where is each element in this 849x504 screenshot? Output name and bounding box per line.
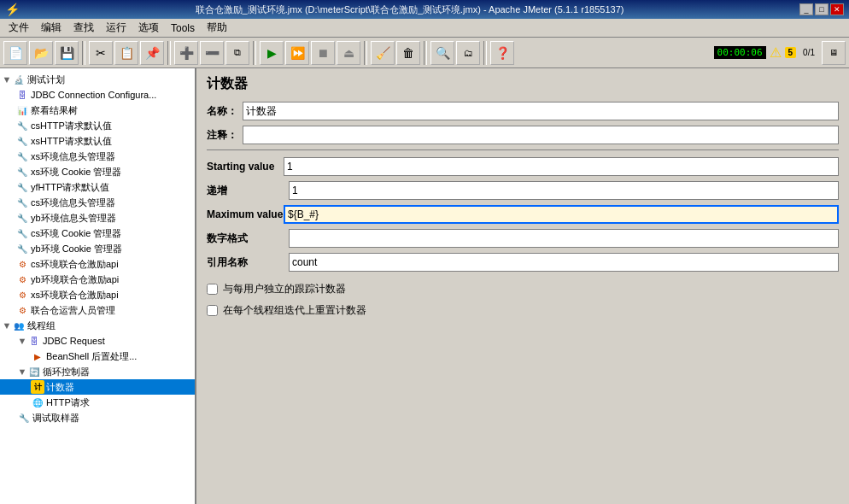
menu-tools[interactable]: Tools [166,21,200,36]
tree-label-cs-joint-api: cs环境联合仓激励api [31,258,119,271]
tree-item-cs-env-cookie[interactable]: 🔧 cs环境 Cookie 管理器 [0,226,195,241]
track-per-user-label: 与每用户独立的跟踪计数器 [223,282,346,296]
menu-run[interactable]: 运行 [101,19,132,37]
comment-input[interactable] [243,126,839,144]
tree-item-cs-http[interactable]: 🔧 csHTTP请求默认值 [0,118,195,133]
save-button[interactable]: 💾 [55,41,79,65]
toolbar-sep-2 [167,41,171,65]
tree-item-thread-group[interactable]: ▼ 👥 线程组 [0,318,195,333]
name-input[interactable] [243,102,839,120]
title-bar: ⚡ 联合仓激励_测试环境.jmx (D:\meterScript\联合仓激励_测… [0,0,849,19]
maximum-value-input[interactable] [284,205,839,224]
tree-icon-jdbc: 🗄 [15,88,29,102]
tree-label-cs-http: csHTTP请求默认值 [31,120,112,132]
ref-name-input[interactable] [289,253,839,272]
tree-icon-test-plan: 🔬 [12,73,26,86]
tree-item-counter[interactable]: 计 计数器 [0,379,195,395]
clear-button[interactable]: 🧹 [371,41,395,65]
menu-file[interactable]: 文件 [3,19,34,37]
start-button[interactable]: ▶ [260,41,284,65]
tree-icon-xs-cookie: 🔧 [15,165,29,179]
tree-item-xs-joint-api[interactable]: ⚙ xs环境联合仓激励api [0,287,195,302]
comment-row: 注释： [207,126,839,144]
tree-label-view-results: 察看结果树 [31,104,78,117]
tree-item-jdbc-request[interactable]: ▼ 🗄 JDBC Request [0,333,195,349]
expand-icon-loop-controller[interactable]: ▼ [17,366,27,377]
search-button[interactable]: 🔍 [430,41,454,65]
toolbar: 📄 📂 💾 ✂ 📋 📌 ➕ ➖ ⧉ ▶ ⏩ ⏹ ⏏ 🧹 🗑 🔍 🗂 ❓ 00:0… [0,38,849,68]
shutdown-button[interactable]: ⏏ [337,41,360,65]
ref-name-label: 引用名称 [207,255,284,270]
tree-label-cs-env-cookie: cs环境 Cookie 管理器 [31,227,121,240]
window-controls[interactable]: _ □ ✕ [799,3,844,15]
tree-item-xs-env-header[interactable]: 🔧 xs环境信息头管理器 [0,149,195,164]
tree-item-test-plan[interactable]: ▼ 🔬 测试计划 [0,72,195,87]
tree-item-jdbc-config[interactable]: 🗄 JDBC Connection Configura... [0,87,195,103]
tree-label-xs-env-header: xs环境信息头管理器 [31,150,115,163]
open-button[interactable]: 📂 [29,41,53,65]
track-per-user-checkbox[interactable] [207,284,218,295]
tree-panel: ▼ 🔬 测试计划 🗄 JDBC Connection Configura... … [0,68,196,504]
tree-item-yf-http[interactable]: 🔧 yfHTTP请求默认值 [0,179,195,195]
reset-per-iteration-label: 在每个线程组迭代上重置计数器 [223,303,366,318]
toolbar-options-button[interactable]: 🖥 [822,41,846,65]
timer-display: 00:00:06 [714,46,766,59]
browse-button[interactable]: 🗂 [456,41,480,65]
tree-label-yb-env-header: yb环境信息头管理器 [31,212,116,225]
cut-button[interactable]: ✂ [89,41,113,65]
tree-item-beanshell[interactable]: ▶ BeanShell 后置处理... [0,349,195,364]
add-button[interactable]: ➕ [174,41,198,65]
tree-label-yb-env-cookie: yb环境 Cookie 管理器 [31,243,122,255]
tree-label-xs-http: xsHTTP请求默认值 [31,135,112,148]
tree-item-joint-ops[interactable]: ⚙ 联合仓运营人员管理 [0,302,195,318]
maximize-button[interactable]: □ [815,3,829,15]
close-button[interactable]: ✕ [830,3,844,15]
tree-item-xs-http[interactable]: 🔧 xsHTTP请求默认值 [0,133,195,149]
menu-help[interactable]: 帮助 [202,19,232,37]
tree-icon-yb-env-cookie: 🔧 [15,242,29,255]
menu-bar: 文件 编辑 查找 运行 选项 Tools 帮助 [0,19,849,38]
expand-icon-thread-group[interactable]: ▼ [2,320,12,331]
paste-button[interactable]: 📌 [140,41,164,65]
menu-search[interactable]: 查找 [68,19,99,37]
tree-label-cs-env-header: cs环境信息头管理器 [31,196,115,209]
tree-item-cs-env-header[interactable]: 🔧 cs环境信息头管理器 [0,195,195,210]
tree-item-yb-env-cookie[interactable]: 🔧 yb环境 Cookie 管理器 [0,241,195,256]
expand-icon-jdbc-request[interactable]: ▼ [17,336,27,346]
tree-item-loop-controller[interactable]: ▼ 🔄 循环控制器 [0,364,195,379]
tree-item-cs-joint-api[interactable]: ⚙ cs环境联合仓激励api [0,256,195,272]
toolbar-right: 00:00:06 ⚠ 5 0/1 🖥 [714,41,846,65]
format-input[interactable] [289,229,839,248]
clear-all-button[interactable]: 🗑 [396,41,420,65]
menu-options[interactable]: 选项 [133,19,164,37]
start-no-pause-button[interactable]: ⏩ [285,41,309,65]
name-row: 名称： [207,102,839,120]
remove-button[interactable]: ➖ [200,41,224,65]
panel-title: 计数器 [207,75,839,93]
tree-item-xs-cookie[interactable]: 🔧 xs环境 Cookie 管理器 [0,164,195,179]
tree-label-beanshell: BeanShell 后置处理... [46,350,137,363]
starting-value-input[interactable] [284,157,839,176]
stop-button[interactable]: ⏹ [311,41,335,65]
tree-item-http-request[interactable]: 🌐 HTTP请求 [0,395,195,410]
toolbar-sep-4 [364,41,367,65]
main-container: ▼ 🔬 测试计划 🗄 JDBC Connection Configura... … [0,68,849,504]
tree-icon-joint-ops: ⚙ [15,303,29,317]
increment-input[interactable] [289,181,839,200]
copy-button[interactable]: 📋 [114,41,138,65]
tree-icon-jdbc-request: 🗄 [27,334,41,348]
reset-per-iteration-checkbox[interactable] [207,305,218,316]
expand-icon-test-plan[interactable]: ▼ [2,74,12,85]
duplicate-button[interactable]: ⧉ [225,41,249,65]
tree-item-yb-joint-api[interactable]: ⚙ yb环境联合仓激励api [0,272,195,287]
menu-edit[interactable]: 编辑 [36,19,67,37]
tree-item-view-results[interactable]: 📊 察看结果树 [0,103,195,118]
help-button[interactable]: ❓ [490,41,514,65]
tree-item-debug-sampler[interactable]: 🔧 调试取样器 [0,410,195,425]
new-button[interactable]: 📄 [3,41,27,65]
tree-icon-debug-sampler: 🔧 [17,411,31,425]
minimize-button[interactable]: _ [799,3,813,15]
tree-label-xs-cookie: xs环境 Cookie 管理器 [31,166,121,179]
tree-icon-cs-http: 🔧 [15,119,29,132]
tree-item-yb-env-header[interactable]: 🔧 yb环境信息头管理器 [0,210,195,226]
